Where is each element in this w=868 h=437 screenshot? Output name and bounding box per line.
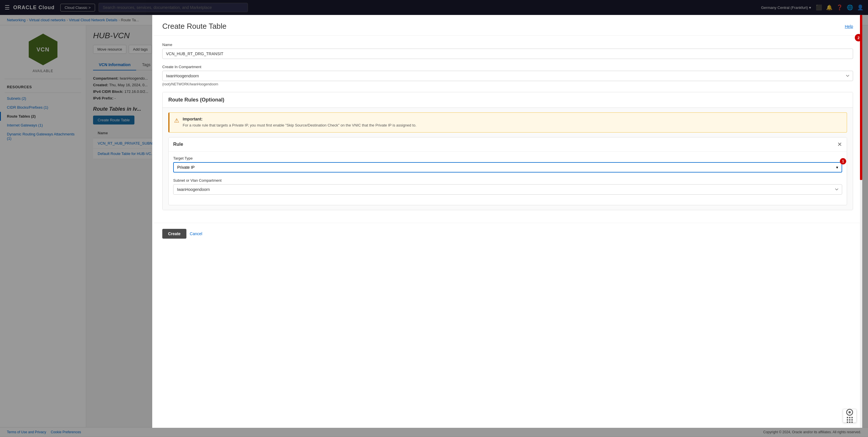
target-type-select[interactable]: Private IP ▾	[173, 162, 842, 173]
target-type-wrapper: Private IP ▾ 1	[173, 162, 842, 173]
warning-icon: ⚠	[174, 117, 179, 128]
modal-header: Create Route Table Help	[153, 15, 862, 36]
scrollbar-thumb	[860, 15, 862, 180]
route-rules-title: Route Rules (Optional)	[162, 92, 853, 108]
target-type-value: Private IP	[177, 165, 195, 170]
important-text: Important: For a route rule that targets…	[183, 117, 416, 128]
rule-title: Rule	[173, 142, 183, 147]
subnet-compartment-select[interactable]: IwanHoogendoorn	[173, 184, 842, 195]
subnet-compartment-group: Subnet or Vlan Compartment IwanHoogendoo…	[173, 178, 842, 195]
modal-title: Create Route Table	[162, 22, 227, 31]
name-label: Name	[162, 42, 853, 47]
step-badge-1: 1	[840, 158, 846, 165]
rule-box: Rule ✕ Target Type Private IP ▾	[168, 137, 847, 205]
support-inner-dot	[848, 411, 851, 413]
target-type-label: Target Type	[173, 156, 842, 161]
compartment-label: Create In Compartment	[162, 65, 853, 69]
important-body: For a route rule that targets a Private …	[183, 122, 416, 128]
modal-footer: Create Cancel	[153, 223, 862, 244]
subnet-compartment-label: Subnet or Vlan Compartment	[173, 178, 842, 182]
name-form-group: Name	[162, 42, 853, 59]
modal-body: Name Create In Compartment IwanHoogendoo…	[153, 36, 862, 223]
compartment-path: (root)/NETWORK/IwanHoogendoorn	[162, 82, 853, 86]
route-rules-body: ⚠ Important: For a route rule that targe…	[162, 108, 853, 210]
compartment-select[interactable]: IwanHoogendoorn	[162, 71, 853, 81]
cancel-button[interactable]: Cancel	[190, 229, 203, 239]
name-input[interactable]	[162, 49, 853, 59]
important-title: Important:	[183, 117, 416, 121]
compartment-form-group: Create In Compartment IwanHoogendoorn (r…	[162, 65, 853, 86]
important-banner: ⚠ Important: For a route rule that targe…	[168, 112, 847, 133]
scrollbar-indicator[interactable]	[860, 15, 862, 428]
modal-help-link[interactable]: Help	[845, 24, 853, 29]
support-widget[interactable]	[843, 409, 857, 423]
support-wheel-icon	[846, 409, 853, 416]
grid-icon	[847, 417, 853, 423]
rule-body: Target Type Private IP ▾ 1	[168, 151, 847, 205]
modal-overlay: Create Route Table Help Name Create In C…	[0, 0, 868, 436]
create-button[interactable]: Create	[162, 229, 186, 239]
route-rules-section: Route Rules (Optional) ⚠ Important: For …	[162, 92, 853, 210]
chevron-down-icon: ▾	[836, 165, 838, 170]
rule-header: Rule ✕	[168, 138, 847, 151]
modal-panel: Create Route Table Help Name Create In C…	[152, 15, 862, 428]
target-type-group: Target Type Private IP ▾ 1	[173, 156, 842, 173]
rule-close-button[interactable]: ✕	[837, 141, 842, 148]
